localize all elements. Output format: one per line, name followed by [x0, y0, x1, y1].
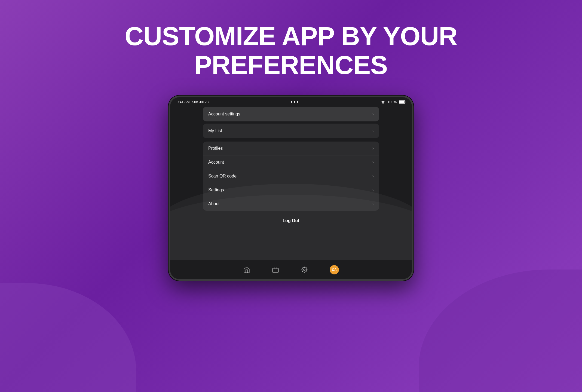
scan-qr-label: Scan QR code — [208, 174, 237, 179]
bottom-nav: CA — [170, 260, 412, 279]
tablet-bg-wave2 — [169, 195, 413, 265]
nav-profile[interactable]: CA — [330, 265, 339, 274]
scan-qr-item[interactable]: Scan QR code › — [203, 169, 379, 183]
tv-icon — [272, 266, 279, 273]
status-dot-1 — [291, 101, 292, 103]
profile-initials: CA — [332, 268, 336, 272]
status-bar-right: 100% — [381, 100, 405, 104]
nav-tv[interactable] — [272, 266, 279, 273]
profiles-label: Profiles — [208, 146, 223, 151]
status-bar-center — [291, 101, 298, 103]
nav-search[interactable] — [301, 266, 308, 273]
home-icon — [243, 266, 250, 273]
account-label: Account — [208, 160, 224, 165]
wifi-icon — [381, 100, 385, 104]
battery-icon — [399, 100, 405, 104]
my-list-chevron: › — [372, 128, 374, 133]
svg-rect-1 — [272, 268, 278, 272]
my-list-item[interactable]: My List › — [203, 124, 379, 138]
menu-section-1: Account settings › My List › — [203, 107, 379, 138]
account-settings-item[interactable]: Account settings › — [203, 107, 379, 121]
nav-home[interactable] — [243, 266, 250, 273]
settings-chevron: › — [372, 188, 374, 192]
status-bar-left: 9:41 AM Sun Jul 23 — [177, 100, 209, 104]
profiles-item[interactable]: Profiles › — [203, 142, 379, 155]
tablet-container: 9:41 AM Sun Jul 23 100% — [169, 96, 413, 281]
bg-wave-right — [419, 270, 582, 392]
status-date: Sun Jul 23 — [192, 100, 209, 104]
account-item[interactable]: Account › — [203, 155, 379, 169]
scan-qr-chevron: › — [372, 174, 374, 179]
account-settings-chevron: › — [372, 112, 374, 117]
battery-percent: 100% — [388, 100, 397, 104]
svg-point-3 — [304, 269, 305, 271]
tablet-side-button — [169, 180, 169, 196]
status-time: 9:41 AM — [177, 100, 190, 104]
account-chevron: › — [372, 160, 374, 165]
profile-avatar: CA — [330, 265, 339, 274]
my-list-label: My List — [208, 128, 222, 133]
battery-fill — [399, 101, 405, 103]
bg-wave-left — [0, 283, 136, 392]
profiles-chevron: › — [372, 146, 374, 151]
tablet-frame: 9:41 AM Sun Jul 23 100% — [169, 96, 413, 281]
account-settings-label: Account settings — [208, 112, 240, 117]
status-dot-3 — [297, 101, 298, 103]
status-bar: 9:41 AM Sun Jul 23 100% — [170, 97, 412, 107]
status-dot-2 — [294, 101, 295, 103]
page-title: CUSTOMIZE APP BY YOUR PREFERENCES — [125, 22, 457, 79]
search-icon — [301, 266, 308, 273]
svg-point-0 — [382, 103, 383, 104]
